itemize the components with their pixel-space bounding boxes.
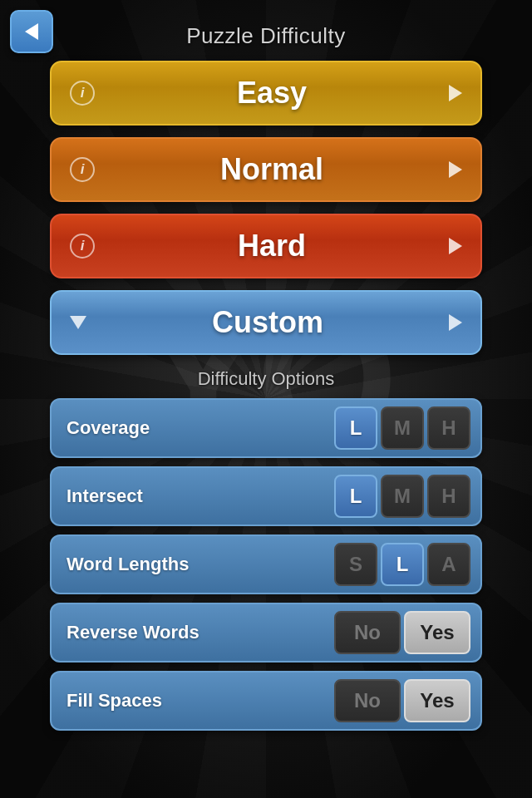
coverage-h-button[interactable]: H	[427, 406, 470, 450]
back-arrow-icon	[25, 23, 38, 40]
custom-chevron-right-icon	[449, 314, 462, 331]
fill-spaces-no-button[interactable]: No	[334, 679, 401, 722]
fill-spaces-row: Fill Spaces No Yes	[50, 671, 482, 731]
word-lengths-label: Word Lengths	[58, 554, 334, 575]
normal-chevron-icon	[449, 161, 462, 178]
word-lengths-s-button[interactable]: S	[334, 543, 377, 586]
custom-label: Custom	[86, 305, 449, 340]
easy-info-icon[interactable]: i	[70, 81, 95, 106]
normal-info-icon[interactable]: i	[70, 157, 95, 182]
hard-info-icon[interactable]: i	[70, 234, 95, 259]
coverage-m-button[interactable]: M	[381, 406, 424, 450]
reverse-words-no-button[interactable]: No	[334, 611, 401, 654]
intersect-buttons: L M H	[334, 475, 470, 518]
normal-label: Normal	[95, 152, 449, 187]
back-button[interactable]	[10, 10, 53, 53]
coverage-l-button[interactable]: L	[334, 406, 377, 450]
easy-button[interactable]: i Easy	[50, 61, 482, 126]
word-lengths-a-button[interactable]: A	[427, 543, 470, 586]
fill-spaces-buttons: No Yes	[334, 679, 470, 722]
word-lengths-l-button[interactable]: L	[381, 543, 424, 586]
reverse-words-row: Reverse Words No Yes	[50, 603, 482, 663]
reverse-words-buttons: No Yes	[334, 611, 470, 654]
word-lengths-row: Word Lengths S L A	[50, 534, 482, 594]
hard-label: Hard	[95, 229, 449, 264]
coverage-buttons: L M H	[334, 406, 470, 450]
normal-button[interactable]: i Normal	[50, 137, 482, 202]
intersect-h-button[interactable]: H	[427, 475, 470, 518]
options-section-title: Difficulty Options	[198, 368, 335, 390]
coverage-row: Coverage L M H	[50, 398, 482, 458]
page-title: Puzzle Difficulty	[186, 23, 346, 49]
intersect-row: Intersect L M H	[50, 466, 482, 526]
reverse-words-yes-button[interactable]: Yes	[404, 611, 470, 654]
easy-label: Easy	[95, 76, 449, 111]
hard-chevron-icon	[449, 238, 462, 254]
fill-spaces-label: Fill Spaces	[58, 690, 334, 712]
easy-chevron-icon	[449, 85, 462, 101]
intersect-m-button[interactable]: M	[381, 475, 424, 518]
hard-button[interactable]: i Hard	[50, 214, 482, 278]
intersect-l-button[interactable]: L	[334, 475, 377, 518]
custom-chevron-down-icon	[70, 316, 86, 329]
coverage-label: Coverage	[58, 417, 334, 439]
intersect-label: Intersect	[58, 485, 334, 507]
custom-button[interactable]: Custom	[50, 290, 482, 355]
fill-spaces-yes-button[interactable]: Yes	[404, 679, 470, 722]
reverse-words-label: Reverse Words	[58, 622, 334, 643]
word-lengths-buttons: S L A	[334, 543, 470, 586]
